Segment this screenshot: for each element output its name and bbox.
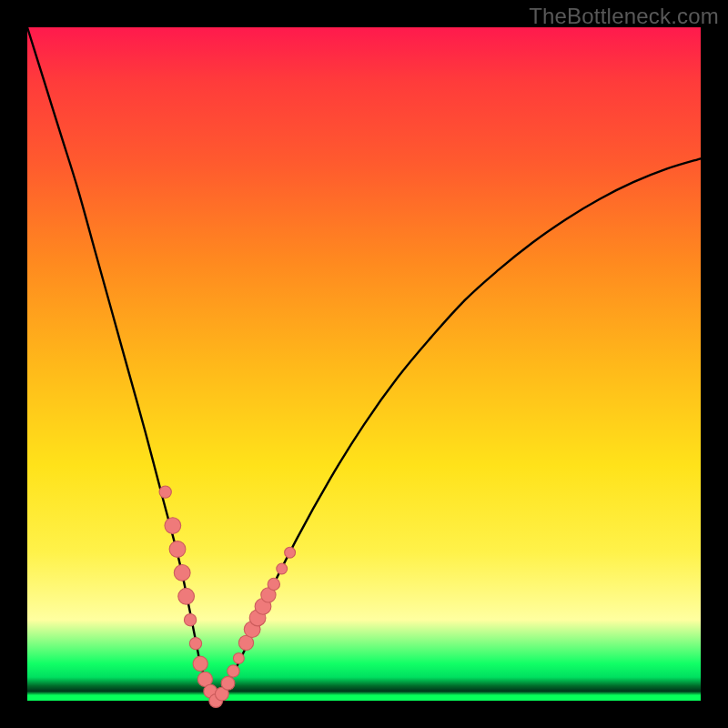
curve-marker bbox=[169, 541, 186, 558]
curve-marker bbox=[165, 518, 181, 534]
curve-marker bbox=[233, 652, 244, 663]
chart-frame bbox=[27, 27, 701, 701]
curve-marker bbox=[268, 578, 279, 590]
chart-stage: TheBottleneck.com bbox=[0, 0, 728, 728]
curve-markers bbox=[159, 486, 295, 707]
curve-marker bbox=[285, 547, 296, 558]
bottleneck-curve bbox=[27, 27, 701, 701]
curve-marker bbox=[159, 486, 171, 498]
watermark-text: TheBottleneck.com bbox=[529, 4, 719, 29]
curve-marker bbox=[221, 676, 235, 690]
curve-marker bbox=[228, 665, 239, 677]
curve-marker bbox=[277, 563, 288, 574]
chart-svg bbox=[27, 27, 701, 701]
curve-marker bbox=[189, 637, 201, 649]
curve-marker bbox=[193, 656, 207, 671]
curve-marker bbox=[184, 614, 196, 626]
curve-marker bbox=[174, 565, 190, 581]
curve-marker bbox=[178, 588, 195, 604]
